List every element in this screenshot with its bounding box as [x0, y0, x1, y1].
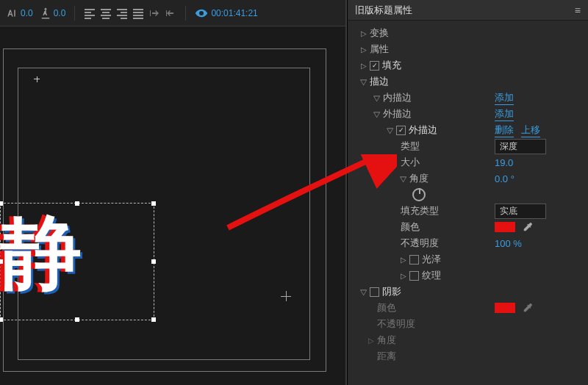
prop-angle[interactable]: 角度: [409, 172, 429, 185]
twisty-icon[interactable]: [361, 29, 370, 37]
outer-stroke-1[interactable]: 外描边: [409, 123, 437, 137]
align-right-icon[interactable]: [116, 7, 128, 19]
tab2-icon[interactable]: [165, 7, 176, 19]
resize-handle[interactable]: [0, 259, 3, 264]
panel-title: 旧版标题属性: [355, 4, 412, 17]
kerning-control[interactable]: 0.0: [6, 7, 33, 20]
legacy-title-properties-panel: 旧版标题属性 ≡ 变换 属性 填充 描边 内描边 添加 外描边 添加 外描边 删…: [347, 0, 588, 385]
group-inner-stroke[interactable]: 内描边: [383, 91, 412, 104]
group-fill[interactable]: 填充: [382, 59, 401, 72]
title-text[interactable]: 静: [1, 212, 79, 293]
group-outer-stroke[interactable]: 外描边: [383, 107, 412, 120]
align-left-icon[interactable]: [84, 7, 96, 19]
timecode-value: 00:01:41:21: [211, 8, 257, 18]
panel-menu-icon[interactable]: ≡: [575, 4, 581, 16]
tab-icon[interactable]: [148, 7, 160, 19]
resize-handle[interactable]: [75, 317, 79, 322]
angle-value[interactable]: 0.0 °: [495, 173, 514, 184]
align-center-icon[interactable]: [100, 7, 112, 19]
twisty-icon[interactable]: [361, 78, 370, 86]
add-outer-stroke-link[interactable]: 添加: [495, 107, 514, 121]
opacity-value[interactable]: 100 %: [495, 238, 522, 249]
type-dropdown[interactable]: 深度: [495, 139, 546, 154]
resize-handle[interactable]: [0, 201, 3, 206]
group-stroke[interactable]: 描边: [370, 75, 389, 88]
resize-handle[interactable]: [75, 201, 79, 206]
prop-type: 类型: [401, 140, 420, 153]
prop-size: 大小: [401, 156, 420, 169]
group-shadow[interactable]: 阴影: [382, 285, 401, 298]
twisty-icon[interactable]: [368, 337, 377, 345]
twisty-icon[interactable]: [401, 175, 409, 183]
twisty-icon[interactable]: [374, 110, 383, 118]
title-toolbar: 0.0 0.0 00:01:41:21: [0, 0, 345, 26]
kerning-value: 0.0: [21, 8, 33, 18]
prop-sheen[interactable]: 光泽: [422, 253, 441, 266]
eyedropper-icon[interactable]: [523, 303, 533, 313]
panel-header: 旧版标题属性 ≡: [348, 0, 588, 21]
justify-icon[interactable]: [132, 7, 144, 19]
canvas-area: 0.0 0.0 00:01:41:21: [0, 0, 347, 385]
twisty-icon[interactable]: [361, 288, 370, 296]
angle-dial[interactable]: [412, 188, 426, 201]
prop-color: 颜色: [401, 220, 420, 234]
shadow-checkbox[interactable]: [370, 287, 379, 297]
prop-texture[interactable]: 纹理: [422, 269, 441, 282]
twisty-icon[interactable]: [361, 46, 370, 54]
twisty-icon[interactable]: [387, 126, 396, 134]
resize-handle[interactable]: [151, 259, 156, 264]
sheen-checkbox[interactable]: [409, 255, 419, 265]
twisty-icon[interactable]: [374, 94, 383, 102]
fill-checkbox[interactable]: [370, 61, 379, 71]
timecode-display[interactable]: 00:01:41:21: [195, 7, 257, 20]
ruler-tick: [37, 76, 37, 82]
eyedropper-icon[interactable]: [523, 222, 533, 232]
stroke-color-swatch[interactable]: [495, 222, 515, 232]
group-transform[interactable]: 变换: [370, 26, 389, 40]
fill-type-dropdown[interactable]: 实底: [495, 204, 546, 219]
twisty-icon[interactable]: [401, 272, 409, 280]
texture-checkbox[interactable]: [409, 271, 419, 281]
outer-stroke-checkbox[interactable]: [396, 126, 406, 135]
resize-handle[interactable]: [0, 317, 3, 322]
move-up-link[interactable]: 上移: [521, 123, 540, 137]
align-buttons: [84, 7, 176, 19]
prop-shadow-color: 颜色: [377, 301, 396, 314]
prop-opacity: 不透明度: [401, 237, 439, 250]
prop-shadow-opacity: 不透明度: [377, 317, 415, 331]
prop-shadow-angle[interactable]: 角度: [377, 334, 396, 347]
size-value[interactable]: 19.0: [495, 157, 513, 168]
group-attributes[interactable]: 属性: [370, 43, 389, 56]
prop-fill-type: 填充类型: [401, 204, 439, 217]
shadow-color-swatch[interactable]: [495, 303, 515, 313]
baseline-value: 0.0: [54, 8, 66, 18]
baseline-control[interactable]: 0.0: [39, 7, 66, 20]
add-inner-stroke-link[interactable]: 添加: [495, 91, 514, 105]
delete-stroke-link[interactable]: 删除: [495, 123, 514, 137]
twisty-icon[interactable]: [361, 62, 370, 70]
text-bounding-box[interactable]: 静: [0, 203, 154, 320]
center-marker: [281, 291, 291, 301]
resize-handle[interactable]: [151, 317, 156, 322]
prop-distance: 距离: [377, 350, 396, 363]
title-stage[interactable]: 静: [0, 26, 345, 385]
twisty-icon[interactable]: [401, 256, 409, 264]
resize-handle[interactable]: [151, 201, 156, 206]
